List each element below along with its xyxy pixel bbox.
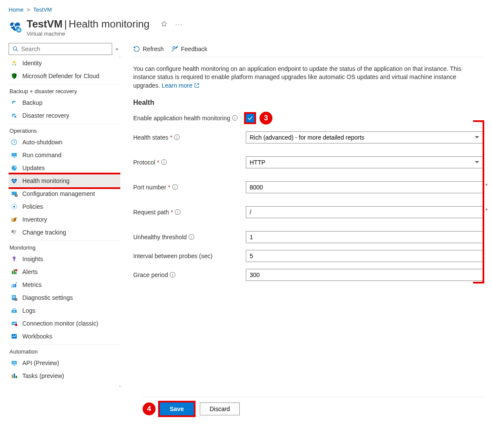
sidebar-group-title: Automation: [9, 345, 120, 357]
sidebar-item[interactable]: Health monitoring2: [9, 174, 120, 187]
nav-item-icon: [10, 203, 18, 210]
unhealthy-input[interactable]: [246, 231, 483, 243]
breadcrumb-home[interactable]: Home: [9, 6, 24, 13]
info-icon[interactable]: i: [161, 159, 167, 165]
row-interval: Interval between probes (sec): [133, 250, 483, 262]
request-path-input[interactable]: [246, 206, 483, 218]
search-icon: [12, 46, 18, 52]
page-title: TestVM | Health monitoring: [27, 18, 150, 30]
collapse-sidebar-icon[interactable]: «: [114, 46, 120, 52]
sidebar-item-label: Health monitoring: [22, 177, 70, 184]
sidebar-item[interactable]: Workbooks: [9, 330, 120, 343]
page-subtitle: Virtual machine: [27, 30, 150, 37]
sidebar-item[interactable]: Metrics: [9, 278, 120, 291]
svg-point-1: [13, 47, 17, 50]
info-icon[interactable]: i: [175, 209, 180, 215]
info-icon[interactable]: i: [232, 115, 238, 121]
refresh-button[interactable]: Refresh: [133, 46, 164, 52]
svg-point-37: [12, 323, 14, 324]
row-health-states: Health states * i Rich (advanced) - for …: [133, 131, 483, 143]
nav-item-icon: [10, 216, 18, 223]
info-icon[interactable]: i: [174, 134, 180, 140]
protocol-select[interactable]: HTTP: [246, 156, 483, 168]
nav-item-icon: [10, 164, 18, 172]
learn-more-link[interactable]: Learn more: [162, 82, 199, 89]
svg-rect-10: [13, 157, 15, 157]
port-input[interactable]: [246, 181, 483, 193]
save-button[interactable]: Save: [160, 402, 194, 415]
sidebar-item[interactable]: Insights: [9, 253, 120, 265]
sidebar-item[interactable]: Inventory: [9, 213, 120, 226]
svg-rect-46: [15, 376, 17, 378]
sidebar-item-label: Auto-shutdown: [22, 139, 62, 146]
svg-point-20: [13, 256, 16, 259]
search-input[interactable]: [18, 45, 108, 53]
sidebar-item[interactable]: Policies: [9, 200, 120, 213]
sidebar-item[interactable]: Microsoft Defender for Cloud: [9, 70, 120, 82]
svg-rect-4: [12, 64, 13, 65]
annotation-bracket: [473, 120, 484, 283]
sidebar-item[interactable]: Logs: [9, 304, 120, 317]
sidebar-item[interactable]: Backup: [9, 96, 120, 109]
breadcrumb: Home > TestVM: [9, 6, 483, 16]
sidebar-item[interactable]: Diagnostic settings: [9, 291, 120, 304]
feedback-button[interactable]: Feedback: [171, 46, 207, 52]
info-icon[interactable]: i: [189, 234, 194, 240]
svg-point-47: [173, 46, 175, 49]
sidebar-search[interactable]: [9, 43, 112, 55]
sidebar-item-label: Workbooks: [22, 333, 52, 340]
page-header: TestVM | Health monitoring Virtual machi…: [9, 16, 483, 43]
sidebar-item[interactable]: Configuration management: [9, 187, 120, 200]
nav-item-icon: [10, 99, 18, 107]
info-icon[interactable]: i: [172, 184, 178, 190]
svg-rect-5: [15, 64, 16, 65]
nav-item-icon: [10, 190, 18, 198]
sidebar-item[interactable]: Identity: [9, 57, 120, 70]
breadcrumb-current[interactable]: TestVM: [33, 6, 52, 13]
svg-line-2: [16, 50, 18, 51]
nav-item-icon: [10, 359, 18, 367]
pin-icon[interactable]: [161, 21, 168, 27]
sidebar-item-label: Run command: [22, 152, 61, 158]
sidebar-item[interactable]: Auto-shutdown: [9, 136, 120, 149]
sidebar-item[interactable]: Updates: [9, 162, 120, 174]
more-icon[interactable]: ···: [175, 21, 183, 27]
sidebar-item-label: Policies: [22, 203, 43, 210]
sidebar-item[interactable]: >_Run command: [9, 149, 120, 162]
nav-item-icon: [10, 72, 18, 80]
sidebar-item[interactable]: !Alerts: [9, 265, 120, 278]
svg-text:!: !: [16, 269, 16, 271]
sidebar-group-title: Operations: [9, 124, 120, 136]
sidebar-item[interactable]: Connection monitor (classic): [9, 317, 120, 330]
svg-point-3: [13, 61, 15, 63]
svg-rect-22: [12, 271, 13, 274]
nav-item-icon: [10, 281, 18, 289]
sidebar-item-label: API (Preview): [22, 360, 59, 366]
sidebar-item-label: Inventory: [22, 216, 47, 223]
sidebar-group-title: Backup + disaster recovery: [9, 85, 120, 96]
sidebar-item-label: Insights: [22, 256, 43, 262]
interval-input[interactable]: [246, 250, 483, 262]
nav-item-icon: [10, 307, 18, 314]
sidebar-item[interactable]: API (Preview): [9, 357, 120, 369]
sidebar-item-label: Alerts: [22, 268, 38, 275]
sidebar-item[interactable]: Tasks (preview): [9, 369, 120, 382]
feedback-icon: [171, 46, 178, 52]
health-states-select[interactable]: Rich (advanced) - for more detailed repo…: [246, 131, 483, 143]
sidebar-item[interactable]: Change tracking: [9, 226, 120, 239]
info-icon[interactable]: i: [170, 272, 175, 277]
row-request-path: Request path * i *: [133, 206, 483, 218]
section-health: Health: [133, 99, 483, 107]
grace-input[interactable]: [246, 269, 483, 281]
sidebar: « ▲ ▼ IdentityMicrosoft Defender for Clo…: [9, 43, 120, 419]
sidebar-item-label: Microsoft Defender for Cloud: [22, 73, 99, 79]
discard-button[interactable]: Discard: [200, 402, 240, 415]
resource-icon: [9, 20, 21, 33]
svg-rect-32: [13, 297, 15, 297]
svg-point-35: [14, 311, 15, 312]
enable-checkbox[interactable]: [246, 114, 254, 122]
sidebar-item[interactable]: Disaster recovery: [9, 109, 120, 122]
svg-rect-45: [14, 373, 15, 378]
nav-item-icon: [10, 332, 18, 340]
svg-rect-18: [12, 230, 14, 232]
